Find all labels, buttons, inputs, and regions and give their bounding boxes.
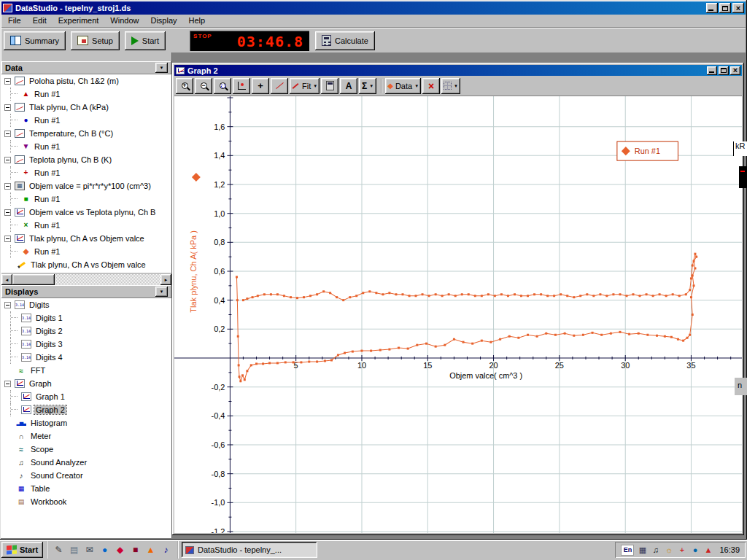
data-tree-hscrollbar[interactable]: ◄ ► [1, 274, 171, 285]
expander-icon[interactable] [4, 104, 11, 111]
scale-to-fit-button[interactable] [233, 78, 250, 94]
maximize-button[interactable] [719, 3, 731, 13]
display-item-meter[interactable]: Meter [1, 429, 171, 443]
menu-display[interactable]: Display [144, 15, 182, 27]
display-item-workbook[interactable]: Workbook [1, 495, 171, 508]
data-item[interactable]: Tlak plynu, Ch A vs Objem valce [1, 232, 171, 245]
expander-icon[interactable] [4, 157, 11, 163]
quicklaunch-media-icon[interactable]: ◆ [113, 543, 127, 557]
menu-window[interactable]: Window [104, 15, 144, 27]
expander-icon[interactable] [4, 78, 11, 85]
display-subitem-graph-1[interactable]: Graph 1 [1, 390, 171, 403]
titlebar[interactable]: DataStudio - tepelny_stroj1.ds × [1, 1, 746, 15]
data-item[interactable]: Objem valce = pi*r*r*y*100 (cm^3) [1, 179, 171, 192]
expander-icon[interactable] [4, 302, 11, 308]
displays-section-header[interactable]: Displays ▼ [1, 285, 171, 298]
scroll-left-button[interactable]: ◄ [1, 274, 12, 285]
data-item[interactable]: Poloha pistu, Ch 1&2 (m) [1, 74, 171, 88]
calculate-button[interactable]: Calculate [315, 31, 375, 50]
run-item[interactable]: ●Run #1 [1, 114, 171, 127]
expander-icon[interactable] [4, 209, 11, 216]
scroll-right-button[interactable]: ► [160, 274, 171, 285]
display-item-sound-creator[interactable]: Sound Creator [1, 469, 171, 482]
menu-file[interactable]: File [2, 15, 27, 27]
display-item-digits[interactable]: Digits [1, 298, 171, 311]
minimize-button[interactable] [706, 3, 718, 13]
scrollbar-track[interactable] [12, 274, 160, 285]
start-menu-button[interactable]: Start [1, 542, 43, 558]
quicklaunch-document-icon[interactable]: ▤ [67, 543, 81, 557]
tray-scheduler-icon[interactable]: ☼ [663, 546, 674, 554]
quicklaunch-fire-icon[interactable]: ▲ [144, 543, 158, 557]
delete-button[interactable]: × [422, 78, 440, 94]
menu-help[interactable]: Help [183, 15, 212, 27]
display-subitem-digits-2[interactable]: Digits 2 [1, 324, 171, 338]
run-item[interactable]: ▲Run #1 [1, 88, 171, 101]
expander-icon[interactable] [4, 183, 11, 190]
expander-icon[interactable] [4, 131, 11, 137]
graph-calculator-button[interactable] [321, 78, 338, 94]
display-item-fft[interactable]: FFT [1, 364, 171, 377]
zoom-select-button[interactable] [214, 78, 231, 94]
data-menu-button[interactable]: ◆Data▼ [385, 78, 421, 94]
quicklaunch-music-icon[interactable]: ♪ [159, 543, 173, 557]
expander-icon[interactable] [4, 381, 11, 387]
tray-display-icon[interactable]: ▦ [637, 546, 648, 554]
display-item-table[interactable]: Table [1, 482, 171, 495]
language-indicator[interactable]: En [621, 545, 634, 556]
run-item[interactable]: +Run #1 [1, 166, 171, 179]
display-item-scope[interactable]: Scope [1, 443, 171, 456]
zoom-in-button[interactable]: + [176, 78, 193, 94]
graph-window-titlebar[interactable]: Graph 2 × [174, 65, 742, 76]
chart[interactable]: 51015202530351,61,41,21,00,80,60,40,2-0,… [174, 96, 742, 533]
scrollbar-thumb[interactable] [12, 274, 55, 285]
display-subitem-digits-3[interactable]: Digits 3 [1, 338, 171, 351]
display-item-sound-analyzer[interactable]: Sound Analyzer [1, 456, 171, 469]
run-item[interactable]: ■Run #1 [1, 192, 171, 206]
data-item[interactable]: Tlak plynu, Ch A vs Objem valce [1, 258, 171, 271]
menu-edit[interactable]: Edit [27, 15, 53, 27]
text-annotation-button[interactable]: A [340, 78, 357, 94]
displays-section-menu-button[interactable]: ▼ [155, 287, 168, 297]
data-section-header[interactable]: Data ▼ [1, 61, 171, 74]
tray-update-icon[interactable]: ▲ [703, 546, 713, 554]
summary-button[interactable]: Summary [4, 31, 66, 50]
tray-network-icon[interactable]: ● [689, 546, 700, 554]
graph-minimize-button[interactable] [707, 66, 717, 75]
display-subitem-digits-4[interactable]: Digits 4 [1, 351, 171, 364]
quicklaunch-browser-icon[interactable]: ● [98, 543, 112, 557]
setup-button[interactable]: Setup [71, 31, 120, 50]
quicklaunch-book-icon[interactable]: ■ [128, 543, 142, 557]
run-item[interactable]: ◆Run #1 [1, 245, 171, 258]
run-item[interactable]: ×Run #1 [1, 219, 171, 232]
zoom-out-button[interactable]: − [195, 78, 212, 94]
start-button[interactable]: Start [125, 31, 166, 50]
graph-settings-button[interactable]: ▼ [441, 78, 460, 94]
quicklaunch-notes-icon[interactable]: ✎ [52, 543, 66, 557]
data-item[interactable]: Temperature, Ch B (°C) [1, 127, 171, 140]
plot-area[interactable]: 51015202530351,61,41,21,00,80,60,40,2-0,… [174, 96, 742, 533]
slope-tool-button[interactable] [271, 78, 288, 94]
data-section-menu-button[interactable]: ▼ [155, 63, 168, 73]
close-button[interactable]: × [732, 3, 744, 13]
data-item[interactable]: Tlak plynu, Ch A (kPa) [1, 101, 171, 114]
display-item-histogram[interactable]: Histogram [1, 416, 171, 429]
tray-volume-icon[interactable]: ♫ [650, 546, 661, 554]
display-subitem-digits-1[interactable]: Digits 1 [1, 311, 171, 324]
expander-icon[interactable] [4, 236, 11, 242]
display-subitem-graph-2[interactable]: Graph 2 [1, 403, 171, 416]
data-item[interactable]: Objem valce vs Teplota plynu, Ch B [1, 206, 171, 219]
graph-maximize-button[interactable] [719, 66, 729, 75]
fit-menu-button[interactable]: Fit▼ [290, 78, 320, 94]
graph-close-button[interactable]: × [730, 66, 740, 75]
data-item[interactable]: Teplota plynu, Ch B (K) [1, 153, 171, 166]
legend[interactable]: Run #1 [617, 141, 678, 160]
menu-experiment[interactable]: Experiment [53, 15, 105, 27]
tray-antivirus-icon[interactable]: + [676, 546, 687, 554]
smart-tool-button[interactable]: + [252, 78, 269, 94]
quicklaunch-mail-icon[interactable]: ✉ [82, 543, 96, 557]
datastudio-task-button[interactable]: DataStudio - tepelny_... [182, 542, 317, 558]
run-item[interactable]: ▼Run #1 [1, 140, 171, 153]
statistics-menu-button[interactable]: Σ▼ [359, 78, 376, 94]
display-item-graph[interactable]: Graph [1, 377, 171, 390]
